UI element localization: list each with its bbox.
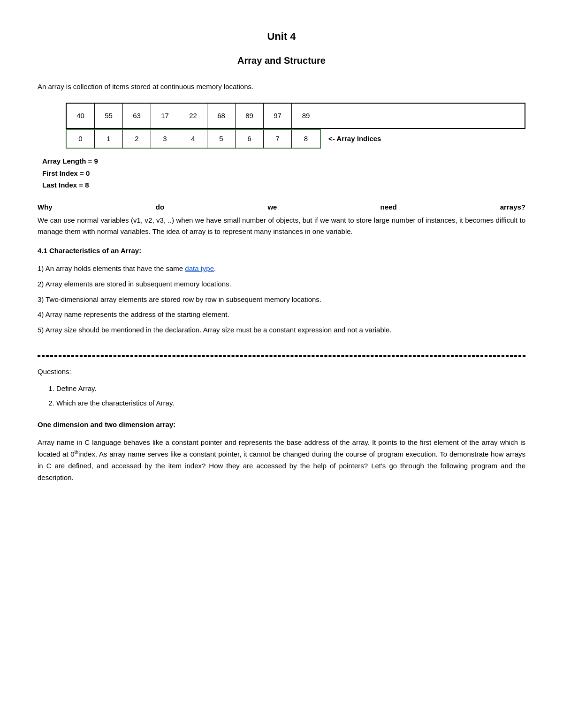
array-cell: 55 xyxy=(95,104,123,128)
question-1: Define Array. xyxy=(56,383,525,395)
page-title: Unit 4 xyxy=(38,28,525,45)
why-col3: we xyxy=(267,202,277,213)
array-index-wrapper: 0 1 2 3 4 5 6 7 8 xyxy=(66,129,321,149)
array-cell: 40 xyxy=(67,104,95,128)
why-col2: do xyxy=(156,202,164,213)
array-index-cell: 4 xyxy=(179,130,207,148)
array-diagram: 40 55 63 17 22 68 89 97 89 0 1 2 3 4 5 6… xyxy=(66,103,525,149)
characteristic-5: 5) Array size should be mentioned in the… xyxy=(38,324,525,336)
characteristic-4: 4) Array name represents the address of … xyxy=(38,309,525,321)
array-cell: 89 xyxy=(236,104,264,128)
array-last-index: Last Index = 8 xyxy=(42,179,525,191)
array-values-row: 40 55 63 17 22 68 89 97 89 xyxy=(66,103,525,129)
array-indices-label: <- Array Indices xyxy=(328,133,381,144)
array-first-index: First Index = 0 xyxy=(42,167,525,180)
array-info: Array Length = 9 First Index = 0 Last In… xyxy=(42,155,525,191)
array-indices-row: 0 1 2 3 4 5 6 7 8 <- Array Indices xyxy=(66,129,525,149)
why-col5: arrays? xyxy=(500,202,525,213)
array-index-cell: 0 xyxy=(67,130,95,148)
one-dim-heading: One dimension and two dimension array: xyxy=(38,419,525,430)
array-cell: 17 xyxy=(151,104,179,128)
array-index-cell: 6 xyxy=(236,130,264,148)
array-cell: 89 xyxy=(292,104,320,128)
one-dim-body-cont: index. As array name serves like a const… xyxy=(38,450,525,481)
why-heading: Why do we need arrays? xyxy=(38,202,525,213)
questions-list: Define Array. Which are the characterist… xyxy=(56,383,525,409)
array-cell: 63 xyxy=(123,104,151,128)
section-title: Array and Structure xyxy=(38,53,525,68)
characteristic-3: 3) Two-dimensional array elements are st… xyxy=(38,294,525,306)
intro-text: An array is collection of items stored a… xyxy=(38,81,525,92)
question-2: Which are the characteristics of Array. xyxy=(56,398,525,409)
char-1-before: 1) An array holds elements that have the… xyxy=(38,264,185,272)
array-cell: 22 xyxy=(179,104,207,128)
characteristic-1: 1) An array holds elements that have the… xyxy=(38,263,525,275)
why-col4: need xyxy=(380,202,397,213)
array-cell: 97 xyxy=(264,104,292,128)
section-divider xyxy=(38,355,525,357)
array-index-cell: 2 xyxy=(123,130,151,148)
array-index-cell: 1 xyxy=(95,130,123,148)
one-dim-body: Array name in C language behaves like a … xyxy=(38,437,525,483)
characteristic-2: 2) Array elements are stored in subseque… xyxy=(38,278,525,290)
array-cell: 68 xyxy=(207,104,236,128)
char-1-after: . xyxy=(214,264,216,272)
questions-label: Questions: xyxy=(38,366,525,377)
why-body-text: We can use normal variables (v1, v2, v3,… xyxy=(38,215,525,238)
characteristics-heading: 4.1 Characteristics of an Array: xyxy=(38,245,525,256)
array-index-cell: 5 xyxy=(207,130,236,148)
data-type-link[interactable]: data type xyxy=(185,264,214,272)
array-index-cell: 7 xyxy=(264,130,292,148)
array-index-cell: 8 xyxy=(292,130,320,148)
array-length: Array Length = 9 xyxy=(42,155,525,167)
array-index-cell: 3 xyxy=(151,130,179,148)
why-col1: Why xyxy=(38,202,53,213)
superscript-th: th xyxy=(75,450,78,455)
